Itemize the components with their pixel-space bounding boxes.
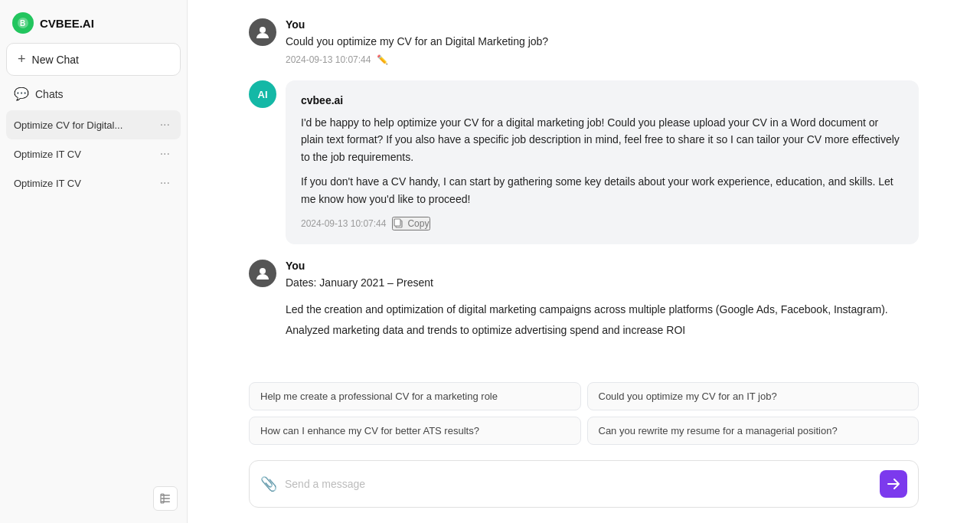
ai-meta-1: 2024-09-13 10:07:44 Copy [301, 217, 903, 230]
ai-message-1: AI cvbee.ai I'd be happy to help optimiz… [249, 80, 919, 244]
logo-text: CVBEE.AI [40, 17, 94, 30]
logo-area: B CVBEE.AI [6, 9, 181, 43]
suggestion-chips: Help me create a professional CV for a m… [188, 376, 980, 451]
edit-icon-1[interactable]: ✏️ [377, 54, 388, 65]
attach-icon[interactable]: 📎 [260, 476, 277, 492]
copy-button-1[interactable]: Copy [392, 217, 430, 230]
svg-rect-3 [161, 498, 170, 499]
user-name-2: You [286, 260, 919, 272]
sidebar-bottom [6, 483, 181, 514]
message-input[interactable] [285, 478, 872, 490]
ai-avatar-1: AI [249, 80, 276, 108]
user-name-1: You [286, 18, 919, 31]
input-area: 📎 [188, 451, 980, 523]
user-message-2: You Dates: January 2021 – Present Led th… [249, 260, 919, 343]
user-timestamp-1: 2024-09-13 10:07:44 [286, 54, 371, 65]
user-avatar-2 [249, 260, 276, 287]
user-avatar-1 [249, 18, 276, 46]
user-message-1: You Could you optimize my CV for an Digi… [249, 18, 919, 65]
chat-item-text-3: Optimize IT CV [14, 178, 157, 189]
chat-item-more-1[interactable]: ··· [157, 116, 173, 133]
logo-icon: B [12, 12, 34, 34]
copy-icon [394, 218, 404, 229]
chat-item-text-1: Optimize CV for Digital... [14, 119, 157, 131]
chats-label: Chats [35, 88, 64, 100]
message-input-box: 📎 [249, 460, 919, 508]
ai-paragraph-1: I'd be happy to help optimize your CV fo… [301, 114, 903, 165]
new-chat-label: New Chat [32, 54, 79, 66]
user-text-1: Could you optimize my CV for an Digital … [286, 34, 919, 50]
sidebar-toggle-button[interactable] [153, 486, 178, 511]
ai-paragraph-2: If you don't have a CV handy, I can star… [301, 173, 903, 208]
chat-item-text-2: Optimize IT CV [14, 149, 157, 160]
svg-point-6 [260, 27, 266, 33]
user-content-1: You Could you optimize my CV for an Digi… [286, 18, 919, 65]
ai-timestamp-1: 2024-09-13 10:07:44 [301, 218, 386, 229]
user-content-2: You Dates: January 2021 – Present Led th… [286, 260, 919, 343]
svg-point-9 [260, 268, 266, 274]
user-meta-1: 2024-09-13 10:07:44 ✏️ [286, 54, 919, 65]
ai-bubble-1: cvbee.ai I'd be happy to help optimize y… [286, 80, 919, 244]
sidebar-item-1[interactable]: Optimize CV for Digital... ··· [6, 110, 181, 139]
svg-text:B: B [20, 19, 25, 28]
new-chat-button[interactable]: + New Chat [6, 43, 181, 76]
send-button[interactable] [880, 470, 907, 498]
user-text-2b: Led the creation and optimization of dig… [286, 302, 919, 318]
chats-section: 💬 Chats [6, 82, 181, 106]
user-text-2a: Dates: January 2021 – Present [286, 275, 919, 291]
chat-messages: You Could you optimize my CV for an Digi… [188, 0, 980, 376]
sidebar-item-3[interactable]: Optimize IT CV ··· [6, 168, 181, 198]
copy-label-1: Copy [407, 218, 429, 229]
suggestion-chip-1[interactable]: Help me create a professional CV for a m… [249, 382, 581, 410]
ai-header-1: cvbee.ai [301, 94, 903, 106]
chat-item-more-2[interactable]: ··· [157, 145, 173, 162]
suggestion-chip-3[interactable]: How can I enhance my CV for better ATS r… [249, 417, 581, 445]
send-icon [887, 477, 900, 491]
user-text-2c: Analyzed marketing data and trends to op… [286, 322, 919, 338]
svg-rect-4 [161, 502, 170, 503]
sidebar: B CVBEE.AI + New Chat 💬 Chats Optimize C… [0, 0, 188, 523]
main-chat-area: You Could you optimize my CV for an Digi… [188, 0, 980, 523]
plus-icon: + [18, 51, 26, 67]
chat-item-more-3[interactable]: ··· [157, 175, 173, 191]
svg-rect-8 [394, 219, 400, 226]
suggestion-chip-4[interactable]: Can you rewrite my resume for a manageri… [587, 417, 920, 445]
suggestion-chip-2[interactable]: Could you optimize my CV for an IT job? [587, 382, 920, 410]
svg-rect-2 [161, 495, 170, 496]
sidebar-item-2[interactable]: Optimize IT CV ··· [6, 139, 181, 168]
ai-name-1: cvbee.ai [301, 94, 343, 106]
chat-emoji-icon: 💬 [14, 87, 29, 101]
